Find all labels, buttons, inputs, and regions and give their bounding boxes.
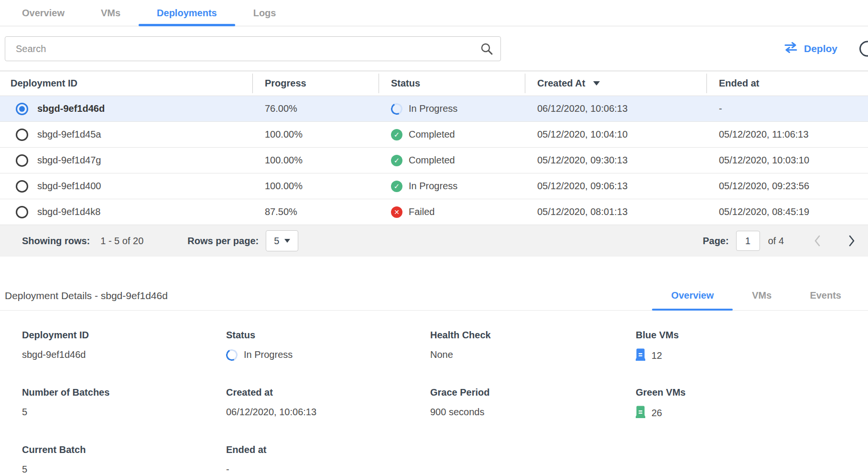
- swap-arrows-icon: [784, 42, 798, 55]
- row-radio[interactable]: [16, 180, 28, 193]
- progress-value: 100.00%: [252, 181, 379, 192]
- details-title: Deployment Details - sbgd-9ef1d46d: [5, 290, 168, 302]
- row-radio-selected[interactable]: [16, 103, 28, 115]
- ended-at-value: 05/12/2020, 09:23:56: [706, 181, 868, 192]
- progress-value: 76.00%: [252, 103, 379, 114]
- column-header-created-at[interactable]: Created At: [525, 71, 706, 96]
- table-row[interactable]: sbgd-9ef1d45a 100.00% Completed 05/12/20…: [0, 122, 868, 148]
- tab-logs[interactable]: Logs: [235, 0, 294, 26]
- tab-overview-label: Overview: [22, 8, 65, 19]
- ended-at-value: 05/12/2020, 11:06:13: [706, 129, 868, 140]
- table-row[interactable]: sbgd-9ef1d4k8 87.50% Failed 05/12/2020, …: [0, 199, 868, 225]
- table-row[interactable]: sbgd-9ef1d400 100.00% In Progress 05/12/…: [0, 173, 868, 199]
- main-tab-bar: Overview VMs Deployments Logs: [0, 0, 868, 26]
- details-tab-vms[interactable]: VMs: [733, 281, 791, 310]
- progress-value: 100.00%: [252, 155, 379, 166]
- table-header-row: Deployment ID Progress Status Created At…: [0, 71, 868, 96]
- field-deployment-id: Deployment ID sbgd-9ef1d46d: [22, 330, 226, 363]
- created-at-value: 05/12/2020, 10:04:10: [525, 129, 706, 140]
- column-header-status[interactable]: Status: [379, 71, 525, 96]
- field-green-vms: Green VMs 26: [636, 387, 868, 420]
- deploy-button-label: Deploy: [804, 43, 837, 54]
- status-label: Failed: [409, 206, 434, 217]
- completed-check-icon: [391, 181, 402, 192]
- page-label: Page:: [703, 236, 728, 247]
- column-header-progress[interactable]: Progress: [252, 71, 379, 96]
- sort-desc-icon[interactable]: [593, 81, 600, 86]
- field-blue-vms: Blue VMs 12: [636, 330, 868, 363]
- completed-check-icon: [391, 155, 402, 166]
- in-progress-spinner-icon: [225, 347, 239, 362]
- column-header-deployment-id[interactable]: Deployment ID: [0, 71, 252, 96]
- created-at-value: 05/12/2020, 08:01:13: [525, 206, 706, 217]
- showing-rows-value: 1 - 5 of 20: [100, 236, 143, 247]
- previous-page-button[interactable]: [814, 234, 821, 248]
- row-radio[interactable]: [16, 154, 28, 167]
- created-at-value: 05/12/2020, 09:30:13: [525, 155, 706, 166]
- deployment-id: sbgd-9ef1d4k8: [37, 206, 100, 217]
- page-number-input[interactable]: [736, 231, 760, 251]
- row-radio[interactable]: [16, 129, 28, 141]
- field-health-check: Health Check None: [430, 330, 636, 363]
- next-page-button[interactable]: [848, 234, 856, 248]
- deployment-id: sbgd-9ef1d45a: [37, 129, 101, 140]
- table-row[interactable]: sbgd-9ef1d46d 76.00% In Progress 06/12/2…: [0, 96, 868, 122]
- tab-vms-label: VMs: [101, 8, 120, 19]
- field-ended-at: Ended at -: [226, 444, 430, 474]
- tab-vms[interactable]: VMs: [83, 0, 139, 26]
- deployment-details-section: Deployment Details - sbgd-9ef1d46d Overv…: [0, 281, 868, 474]
- deployments-table: Deployment ID Progress Status Created At…: [0, 71, 868, 257]
- details-tab-bar: Overview VMs Events: [652, 281, 868, 310]
- row-radio[interactable]: [16, 206, 28, 218]
- deployment-id: sbgd-9ef1d46d: [37, 103, 105, 114]
- tab-deployments-label: Deployments: [157, 8, 217, 19]
- ended-at-value: 05/12/2020, 10:03:10: [706, 155, 868, 166]
- status-label: In Progress: [409, 103, 457, 114]
- field-number-of-batches: Number of Batches 5: [22, 387, 226, 420]
- completed-check-icon: [391, 129, 402, 140]
- table-row[interactable]: sbgd-9ef1d47g 100.00% Completed 05/12/20…: [0, 148, 868, 173]
- deployment-id: sbgd-9ef1d400: [37, 181, 101, 192]
- showing-rows-label: Showing rows:: [22, 236, 90, 247]
- field-created-at: Created at 06/12/2020, 10:06:13: [226, 387, 430, 420]
- tab-overview[interactable]: Overview: [4, 0, 83, 26]
- tab-logs-label: Logs: [253, 8, 276, 19]
- details-tab-overview[interactable]: Overview: [652, 281, 733, 310]
- chevron-right-icon: [848, 234, 856, 248]
- status-label: Completed: [409, 155, 455, 166]
- status-label: Completed: [409, 129, 455, 140]
- column-header-ended-at[interactable]: Ended at: [706, 71, 868, 96]
- search-box: [5, 36, 501, 61]
- progress-value: 100.00%: [252, 129, 379, 140]
- rows-per-page-value: 5: [274, 236, 279, 247]
- tab-deployments[interactable]: Deployments: [139, 0, 235, 26]
- chevron-left-icon: [814, 234, 821, 248]
- field-grace-period: Grace Period 900 seconds: [430, 387, 636, 420]
- created-at-value: 06/12/2020, 10:06:13: [525, 103, 706, 114]
- details-fields-grid: Deployment ID sbgd-9ef1d46d Status In Pr…: [0, 311, 868, 474]
- deploy-button[interactable]: Deploy: [784, 42, 837, 55]
- search-input[interactable]: [5, 36, 501, 61]
- page-total: of 4: [768, 236, 784, 247]
- refresh-icon[interactable]: [856, 37, 868, 59]
- deployment-id: sbgd-9ef1d47g: [37, 155, 101, 166]
- status-label: In Progress: [409, 181, 457, 192]
- failed-x-icon: [391, 206, 402, 218]
- vm-blue-icon: [636, 348, 645, 363]
- vm-green-icon: [636, 406, 645, 420]
- table-pagination-bar: Showing rows: 1 - 5 of 20 Rows per page:…: [0, 225, 868, 257]
- progress-value: 87.50%: [252, 206, 379, 217]
- in-progress-spinner-icon: [390, 103, 404, 115]
- ended-at-value: -: [706, 103, 868, 114]
- rows-per-page-label: Rows per page:: [187, 236, 259, 247]
- details-tab-events[interactable]: Events: [791, 281, 860, 310]
- created-at-value: 05/12/2020, 09:06:13: [525, 181, 706, 192]
- field-current-batch: Current Batch 5: [22, 444, 226, 474]
- chevron-down-icon: [284, 239, 290, 243]
- field-status: Status In Progress: [226, 330, 430, 363]
- ended-at-value: 05/12/2020, 08:45:19: [706, 206, 868, 217]
- rows-per-page-select[interactable]: 5: [266, 230, 298, 251]
- toolbar: Deploy: [0, 26, 868, 71]
